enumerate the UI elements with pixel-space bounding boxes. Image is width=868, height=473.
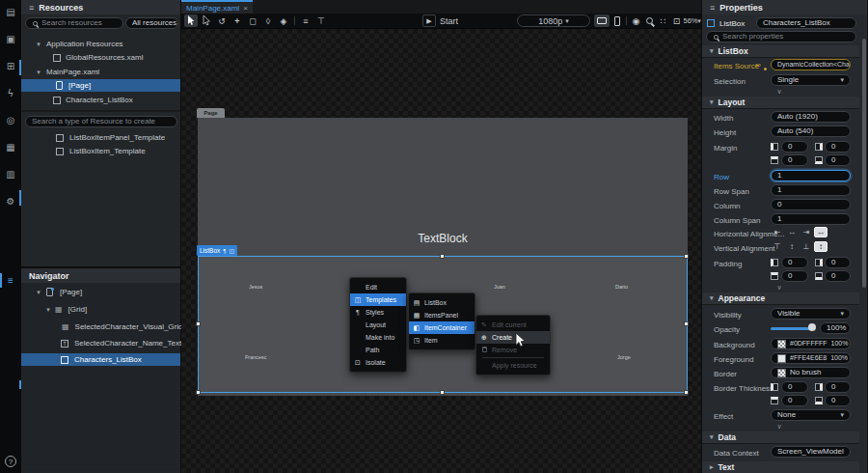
margin-bottom-input[interactable]: 0 [825,154,851,166]
gradient-tool-button[interactable]: ◈ [277,14,290,27]
fit-view-button[interactable]: ⊡ [670,14,683,27]
menu-item-make-into[interactable]: Make into [350,331,406,344]
resize-handle-right[interactable] [684,321,689,326]
caret-down-icon[interactable]: ▾ [44,306,52,314]
triggers-icon[interactable]: ϟ [4,86,17,99]
resources-filter-dropdown[interactable]: All resources ▾ [125,17,178,29]
border-top-input[interactable]: 0 [781,395,808,406]
run-button[interactable]: ▶ [422,14,436,27]
close-icon[interactable]: × [243,4,248,13]
move-tool-button[interactable]: + [231,14,244,27]
direct-select-tool-button[interactable] [200,14,213,27]
border-brush-editor[interactable]: No brush [771,367,851,378]
tree-item-mainpage[interactable]: ▾ MainPage.xaml [21,66,180,78]
media-icon[interactable]: ▦ [4,140,17,153]
resize-handle-bottom-right[interactable] [684,390,689,395]
nav-item-grid[interactable]: ▾ ▦ [Grid] [21,303,180,316]
menu-item-templates[interactable]: ◫ Templates [350,293,406,306]
zoom-tool-button[interactable] [643,14,656,27]
background-brush-editor[interactable]: #0DFFFFFF 100% [771,338,851,349]
resize-handle-top-right[interactable] [684,254,689,259]
menu-item-isolate[interactable]: ⊡ Isolate [350,356,406,369]
tab-mainpage[interactable]: MainPage.xaml × [181,0,253,14]
menu-item-layout[interactable]: Layout [350,319,406,331]
padding-left-input[interactable]: 0 [781,257,808,268]
column-span-input[interactable]: 1 [771,213,851,225]
design-canvas[interactable]: Page TextBlock ListBox ¶ ◫ Jesus Juan Da… [181,29,701,473]
section-header-text[interactable]: ▸ Text [702,461,859,473]
resize-handle-top[interactable] [440,254,445,259]
selection-zoom-button[interactable]: ∷ [657,14,669,27]
styles-badge-icon[interactable]: ¶ [223,248,226,254]
nav-item-visual-grid[interactable]: ▦ SelectedCharacter_Visual_Grid [21,320,180,333]
nav-item-name-textblock[interactable]: T SelectedCharacter_Name_TextBlock [21,337,180,349]
element-name-input[interactable]: Characters_ListBox [756,17,856,29]
nav-item-page[interactable]: ▾ [Page] [21,286,180,298]
menu-item-path[interactable]: Path [350,344,406,356]
section-header-data[interactable]: ▾ Data [702,431,859,444]
items-source-value[interactable]: DynamicCollection<Characte [771,59,851,70]
data-context-input[interactable]: Screen_ViewModel [771,446,851,458]
nav-item-characters-listbox[interactable]: Characters_ListBox [21,353,180,366]
valign-top-button[interactable]: ⊤ [771,241,784,252]
tree-item-application-resources[interactable]: ▾ Application Resources [21,38,180,50]
create-resource-search-input[interactable]: Search a type of Resource to create [25,116,177,127]
border-right-input[interactable]: 0 [825,381,851,393]
border-left-input[interactable]: 0 [781,381,808,393]
resize-handle-bottom-left[interactable] [196,390,201,395]
add-item-icon[interactable]: ⊞ [4,59,17,72]
row-span-input[interactable]: 1 [771,184,851,196]
section-expander[interactable]: ∨ [702,88,856,96]
apps-menu-icon[interactable]: ▤ [4,5,17,18]
tree-item-characters-listbox[interactable]: Characters_ListBox [21,94,180,106]
visibility-dropdown[interactable]: Visible ▾ [771,308,851,320]
resource-template-item[interactable]: ListBoxItemPanel_Template [21,131,180,144]
link-icon[interactable]: ∞ [755,61,761,70]
pan-tool-button[interactable]: ◉ [630,14,642,27]
section-header-layout[interactable]: ▾ Layout [702,97,859,109]
resources-search-input[interactable]: Search resources [25,17,123,29]
selection-badge[interactable]: ListBox ¶ ◫ [197,245,237,256]
caret-down-icon[interactable]: ▾ [35,41,42,48]
valign-bottom-button[interactable]: ⊥ [800,241,813,252]
resource-browser-icon[interactable]: ▣ [4,32,17,45]
run-start-label[interactable]: Start [440,14,458,27]
column-input[interactable]: 0 [771,199,851,210]
submenu-item-itemcontainer[interactable]: ◧ ItemContainer [409,321,475,334]
desktop-preview-button[interactable] [594,14,610,27]
documents-icon[interactable]: ▥ [4,167,17,181]
rotate-tool-button[interactable]: ↺ [215,14,229,27]
resource-template-item[interactable]: ListBoxItem_Template [21,145,180,157]
align-top-button[interactable]: ⊤ [314,14,328,27]
section-expander[interactable]: ∨ [702,284,856,292]
properties-search-input[interactable]: Search properties [706,31,856,42]
selection-mode-dropdown[interactable]: Single ▾ [771,74,851,86]
margin-left-input[interactable]: 0 [781,141,808,153]
padding-bottom-input[interactable]: 0 [825,270,851,282]
properties-scrollbar[interactable] [862,39,866,288]
opacity-slider-track[interactable] [771,327,813,330]
navigator-panel-icon[interactable]: ≡ [4,273,17,287]
submenu-item-item[interactable]: ◳ Item [409,334,475,347]
caret-down-icon[interactable]: ▾ [35,289,42,296]
margin-top-input[interactable]: 0 [781,154,808,166]
tree-item-globalresources[interactable]: GlobalResources.xaml [21,51,180,64]
height-input[interactable]: Auto (540) [771,125,851,137]
effect-dropdown[interactable]: None ▾ [771,409,851,421]
eyedropper-tool-button[interactable]: ◊ [261,14,275,27]
menu-item-styles[interactable]: ¶ Styles [350,306,406,319]
caret-down-icon[interactable]: ▾ [35,69,42,76]
opacity-slider-knob[interactable] [808,323,816,331]
padding-top-input[interactable]: 0 [781,270,808,282]
valign-stretch-button[interactable]: ↕ [814,241,827,252]
width-input[interactable]: Auto (1920) [771,111,851,123]
section-header-appearance[interactable]: ▾ Appearance [702,292,859,305]
align-left-button[interactable]: ≡ [299,14,312,27]
zoom-level-value[interactable]: 56% [684,14,697,27]
border-bottom-input[interactable]: 0 [825,395,851,406]
halign-stretch-button[interactable]: ↔ [814,227,827,237]
settings-icon[interactable]: ⚙ [4,194,17,208]
halign-center-button[interactable]: ↔ [785,227,799,237]
template-badge-icon[interactable]: ◫ [230,247,235,254]
transform-tool-button[interactable]: ◻ [246,14,259,27]
